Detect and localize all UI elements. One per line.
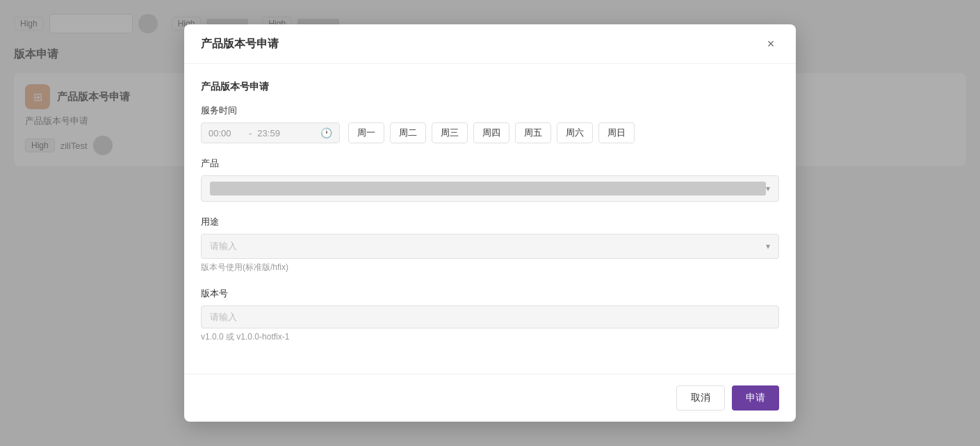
day-wednesday[interactable]: 周三 [432,122,468,143]
day-thursday[interactable]: 周四 [473,122,509,143]
version-number-input[interactable] [201,305,779,328]
purpose-field: 用途 请输入 ▾ 版本号使用(标准版/hfix) [201,216,779,273]
day-friday[interactable]: 周五 [515,122,551,143]
modal-footer: 取消 申请 [184,374,796,422]
service-time-field: 服务时间 - 🕐 周一 周二 周三 周四 周五 周六 [201,104,779,143]
submit-button[interactable]: 申请 [732,385,779,411]
purpose-hint: 版本号使用(标准版/hfix) [201,262,779,273]
day-tuesday[interactable]: 周二 [390,122,426,143]
version-number-label: 版本号 [201,287,779,300]
purpose-label: 用途 [201,216,779,228]
day-sunday[interactable]: 周日 [598,122,635,143]
modal-close-button[interactable]: × [762,35,779,52]
product-field: 产品 ▾ [201,157,779,202]
modal-header: 产品版本号申请 × [184,24,796,64]
day-buttons: 周一 周二 周三 周四 周五 周六 周日 [348,122,635,143]
product-label: 产品 [201,157,779,170]
cancel-button[interactable]: 取消 [676,385,725,411]
purpose-select[interactable]: 请输入 ▾ [201,234,779,259]
day-monday[interactable]: 周一 [348,122,384,143]
version-number-field: 版本号 v1.0.0 或 v1.0.0-hotfix-1 [201,287,779,343]
product-select[interactable]: ▾ [201,175,779,202]
modal-body: 产品版本号申请 服务时间 - 🕐 周一 周二 周三 周四 [184,64,796,374]
modal-section-title: 产品版本号申请 [201,81,779,93]
clock-icon: 🕐 [320,127,332,138]
modal-overlay: 产品版本号申请 × 产品版本号申请 服务时间 - 🕐 周一 周二 [0,0,980,446]
service-time-label: 服务时间 [201,104,779,117]
purpose-placeholder: 请输入 [210,240,766,253]
modal-title: 产品版本号申请 [201,37,279,51]
time-separator: - [249,128,252,138]
start-time-input[interactable] [209,128,243,138]
version-number-hint: v1.0.0 或 v1.0.0-hotfix-1 [201,331,779,343]
time-row: - 🕐 周一 周二 周三 周四 周五 周六 周日 [201,122,779,143]
end-time-input[interactable] [257,128,292,138]
modal: 产品版本号申请 × 产品版本号申请 服务时间 - 🕐 周一 周二 [184,24,796,422]
product-selected-value [210,182,766,196]
purpose-chevron-icon: ▾ [766,241,770,251]
time-input-group[interactable]: - 🕐 [201,122,340,143]
product-chevron-icon: ▾ [766,184,770,193]
day-saturday[interactable]: 周六 [557,122,593,143]
